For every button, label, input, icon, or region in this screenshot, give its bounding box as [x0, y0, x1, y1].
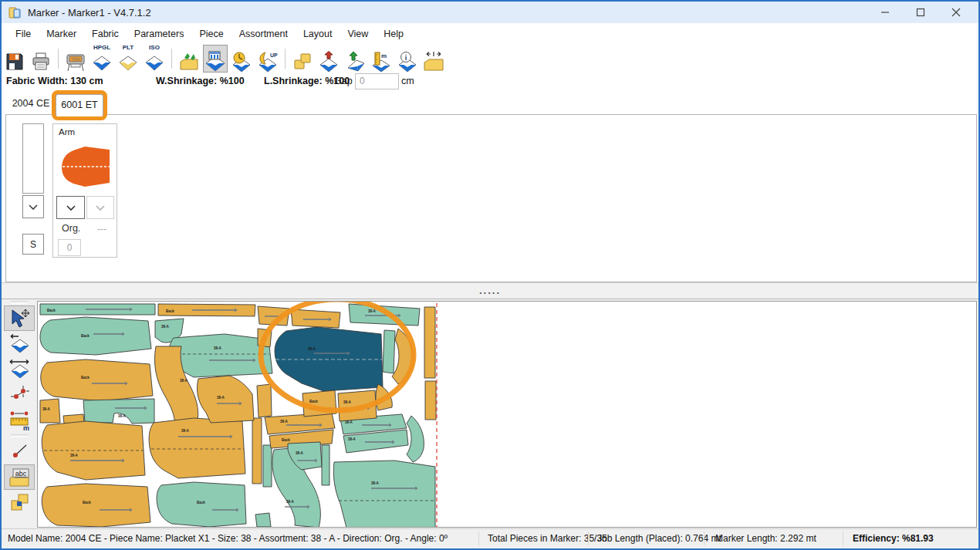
marker-piece[interactable]	[383, 330, 395, 373]
piece-label: 38-A	[118, 414, 127, 418]
marker-piece[interactable]	[157, 482, 246, 527]
splitter-grip: .....	[2, 285, 978, 296]
toolbar-grip	[11, 301, 28, 304]
time-up-button[interactable]: UP	[255, 45, 280, 73]
save-button[interactable]	[2, 45, 27, 73]
menu-marker[interactable]: Marker	[39, 25, 84, 42]
tab-2004-ce[interactable]: 2004 CE	[9, 94, 52, 113]
piece-label: 38-A	[70, 454, 79, 457]
menu-piece[interactable]: Piece	[191, 25, 231, 42]
marker-workspace: m abc BackBackBack38-A38-ABack38-A38-A38…	[2, 299, 978, 529]
print-button[interactable]	[29, 45, 53, 73]
piece-label: Back	[83, 501, 91, 504]
overlap-pieces-tool[interactable]	[4, 490, 35, 515]
piece-label: Back	[81, 376, 90, 380]
menu-view[interactable]: View	[340, 25, 376, 42]
hpgl-export-button[interactable]: HPGL	[90, 45, 114, 73]
move-point-tool[interactable]	[4, 382, 35, 407]
marker-piece[interactable]	[149, 418, 245, 478]
piece-label: 38-A	[343, 400, 352, 404]
measure-marker-button[interactable]: m	[369, 45, 394, 73]
piece-label: 38-A	[296, 451, 304, 455]
marker-piece[interactable]	[425, 381, 436, 420]
marker-piece[interactable]	[322, 445, 329, 485]
marker-piece[interactable]	[40, 317, 151, 355]
piece-label: 38-A	[217, 396, 225, 400]
minimize-button[interactable]	[867, 2, 903, 23]
measure-tool[interactable]: m	[4, 407, 35, 433]
hpgl-label: HPGL	[90, 45, 114, 51]
marker-piece[interactable]	[252, 418, 262, 484]
menu-help[interactable]: Help	[376, 25, 411, 42]
flip-piece-tool[interactable]	[4, 331, 35, 356]
gap-input[interactable]: 0	[355, 73, 399, 89]
marker-piece[interactable]	[424, 307, 435, 378]
arm-dropdown-button-2[interactable]	[86, 196, 114, 219]
toolbar-separator	[58, 49, 59, 69]
menu-layout[interactable]: Layout	[296, 25, 340, 42]
arm-dropdown-button[interactable]	[56, 196, 85, 219]
piece-label: Back	[282, 438, 290, 442]
marker-piece[interactable]	[41, 359, 153, 401]
title-bar: Marker - Marker1 - V4.7.1.2	[2, 2, 978, 23]
marker-piece[interactable]	[407, 416, 424, 462]
tab-strip: 2004 CE6001 ET	[2, 92, 978, 115]
marker-width-button[interactable]	[421, 45, 446, 73]
plt-export-button[interactable]: PLT	[116, 45, 140, 73]
window-title: Marker - Marker1 - V4.7.1.2	[28, 7, 151, 19]
w-shrinkage-label: W.Shrinkage: %100	[156, 76, 245, 86]
marker-piece[interactable]	[349, 304, 420, 326]
text-label-tool[interactable]: abc	[4, 464, 35, 490]
info-button[interactable]: i	[395, 45, 420, 73]
empty-piece-slot[interactable]	[22, 123, 44, 194]
marker-piece[interactable]	[197, 376, 254, 423]
marker-canvas[interactable]: BackBackBack38-A38-ABack38-A38-A38-A38-A…	[37, 301, 977, 528]
time-calc-button[interactable]	[229, 45, 254, 73]
marker-view-button[interactable]	[203, 45, 228, 73]
piece-count-input[interactable]: 0	[58, 239, 81, 256]
piece-label: Back	[81, 334, 90, 338]
marker-piece[interactable]	[257, 384, 272, 417]
marker-layout: BackBackBack38-A38-ABack38-A38-A38-A38-A…	[38, 302, 976, 527]
slot-dropdown-button[interactable]	[22, 195, 44, 218]
marker-piece[interactable]	[333, 461, 435, 527]
piece-label: 38-A	[181, 429, 190, 433]
piece-label: 38-A	[308, 347, 316, 351]
menu-parameters[interactable]: Parameters	[127, 25, 192, 42]
maximize-button[interactable]	[903, 2, 938, 23]
status-total-pieces: Total Pieces in Marker: 35/35	[488, 533, 607, 544]
marker-piece[interactable]	[83, 399, 154, 423]
rotate-red-button[interactable]	[316, 45, 341, 73]
svg-text:m: m	[381, 52, 387, 59]
menu-fabric[interactable]: Fabric	[84, 25, 127, 42]
status-separator	[588, 531, 589, 545]
arm-piece-card[interactable]: Arm Org. --- 0	[52, 123, 117, 258]
s-button[interactable]: S	[22, 234, 44, 255]
piece-label: 38-A	[180, 379, 188, 383]
menu-assortment[interactable]: Assortment	[231, 25, 296, 42]
iso-export-button[interactable]: ISO	[142, 45, 167, 73]
splitter-bar[interactable]: .....	[2, 282, 978, 299]
menu-file[interactable]: File	[8, 25, 39, 42]
piece-label: 38-A	[348, 437, 357, 441]
rotate-green-button[interactable]	[343, 45, 367, 73]
marker-piece[interactable]	[169, 334, 272, 377]
plotter-button[interactable]: TRN	[63, 45, 88, 73]
marker-piece[interactable]	[263, 445, 272, 487]
svg-text:abc: abc	[15, 470, 27, 477]
org-value: ---	[97, 224, 106, 235]
marker-piece[interactable]	[42, 484, 150, 527]
pieces-button[interactable]	[290, 45, 315, 73]
close-button[interactable]	[938, 2, 974, 23]
piece-label: 38-A	[214, 346, 222, 350]
app-icon	[8, 5, 22, 19]
app-window: Marker - Marker1 - V4.7.1.2 FileMarkerFa…	[0, 0, 980, 550]
marker-piece[interactable]	[255, 513, 271, 527]
piece-label: Back	[197, 501, 205, 504]
flip-both-tool[interactable]	[4, 356, 35, 382]
line-tool[interactable]	[4, 439, 35, 464]
tab-6001-et[interactable]: 6001 ET	[56, 94, 103, 116]
select-move-tool[interactable]	[4, 305, 35, 331]
import-marker-button[interactable]	[177, 45, 201, 73]
marker-piece[interactable]	[291, 309, 340, 328]
